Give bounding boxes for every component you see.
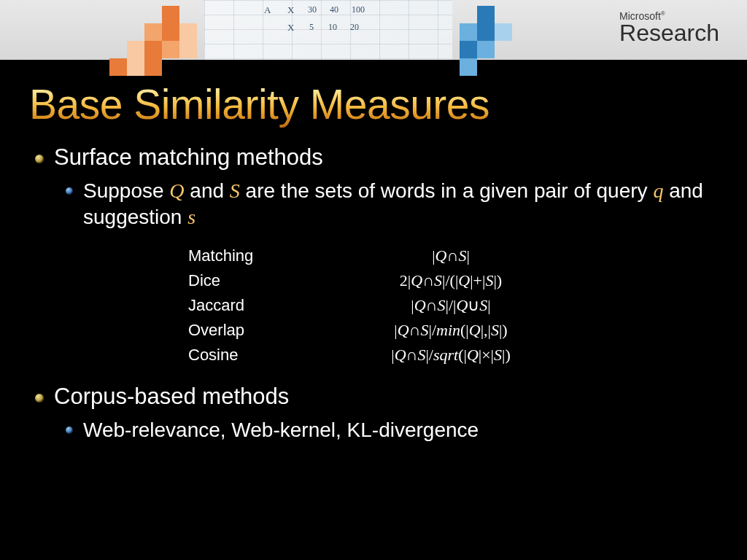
- slide-title: Base Similarity Measures: [29, 80, 718, 128]
- measure-formula: |Q∩S|: [356, 244, 546, 268]
- bullet-icon: [66, 427, 73, 434]
- section-2-sub: Web-relevance, Web-kernel, KL-divergence: [66, 417, 718, 443]
- measure-name: Cosine: [188, 343, 356, 368]
- table-row: Dice 2|Q∩S|/(|Q|+|S|): [188, 268, 718, 293]
- measure-name: Jaccard: [188, 293, 356, 318]
- measure-formula: |Q∩S|/min(|Q|,|S|): [356, 318, 546, 343]
- table-row: Jaccard |Q∩S|/|Q∪S|: [188, 293, 718, 318]
- section-1-heading: Surface matching methods: [54, 144, 323, 171]
- logo: Microsoft® Research: [619, 10, 719, 44]
- measure-formula: |Q∩S|/sqrt(|Q|×|S|): [356, 343, 546, 368]
- section-1: Surface matching methods Suppose Q and S…: [35, 144, 718, 368]
- logo-line2: Research: [619, 22, 719, 44]
- measure-formula: |Q∩S|/|Q∪S|: [356, 293, 546, 318]
- table-row: Cosine |Q∩S|/sqrt(|Q|×|S|): [188, 343, 718, 368]
- slide-content: Base Similarity Measures Surface matchin…: [0, 80, 747, 454]
- table-row: Matching |Q∩S|: [188, 244, 718, 268]
- section-1-sub-text: Suppose Q and S are the sets of words in…: [83, 178, 718, 230]
- section-2: Corpus-based methods Web-relevance, Web-…: [35, 384, 718, 443]
- bullet-icon: [35, 394, 44, 402]
- header-strip: A X 30 40 100 X 5 10 20 Microsoft® Resea…: [0, 0, 747, 61]
- measure-formula: 2|Q∩S|/(|Q|+|S|): [356, 268, 546, 293]
- measure-name: Matching: [188, 244, 356, 268]
- whiteboard-graphic: A X 30 40 100 X 5 10 20: [204, 0, 452, 60]
- bullet-icon: [66, 187, 73, 195]
- measure-name: Overlap: [188, 318, 356, 343]
- table-row: Overlap |Q∩S|/min(|Q|,|S|): [188, 318, 718, 343]
- section-1-sub: Suppose Q and S are the sets of words in…: [66, 178, 718, 230]
- section-2-sub-text: Web-relevance, Web-kernel, KL-divergence: [83, 417, 479, 443]
- bullet-icon: [35, 155, 44, 163]
- formula-table: Matching |Q∩S| Dice 2|Q∩S|/(|Q|+|S|) Jac…: [188, 244, 718, 368]
- measure-name: Dice: [188, 268, 356, 293]
- section-2-heading: Corpus-based methods: [54, 384, 289, 410]
